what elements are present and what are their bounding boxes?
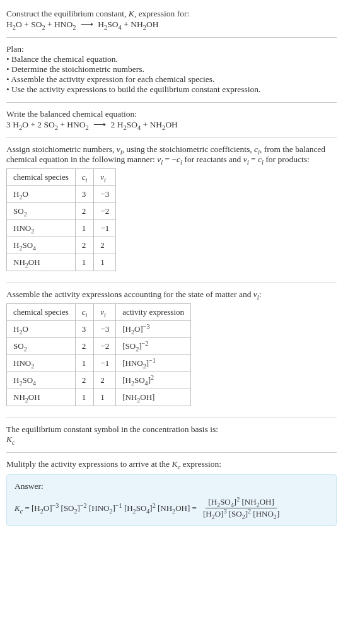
plan: Plan: • Balance the chemical equation. •… — [6, 40, 337, 98]
text: : — [259, 290, 262, 299]
intro-text2: , expression for: — [134, 9, 189, 18]
cell-nu: −3 — [94, 321, 116, 338]
arrow-icon: ⟶ — [78, 19, 96, 30]
cell-species: SO2 — [7, 203, 76, 220]
activity-table: chemical species ci νi activity expressi… — [6, 303, 191, 406]
answer-title: Answer: — [15, 481, 328, 491]
cell-species: HNO2 — [7, 355, 76, 372]
table-row: H2O 3 −3 [H2O]−3 — [7, 321, 191, 338]
species: H — [6, 20, 13, 29]
arrow-icon: ⟶ — [91, 119, 108, 130]
cell-species: NH2OH — [7, 254, 76, 271]
cell-ci: 3 — [75, 321, 94, 338]
symbol-Kc: Kc — [6, 435, 337, 445]
species: H — [117, 120, 124, 129]
col-species: chemical species — [7, 304, 76, 321]
kc-denominator: [H2O]3 [SO2]2 [HNO2] — [201, 508, 282, 518]
col-nu: νi — [94, 169, 116, 186]
cell-species: NH2OH — [7, 389, 76, 406]
cell-ci: 3 — [75, 186, 94, 203]
symbol-text: The equilibrium constant symbol in the c… — [6, 424, 337, 435]
plan-item: • Balance the chemical equation. — [6, 54, 337, 64]
table-row: H2SO4 2 2 — [7, 237, 116, 254]
species: HNO — [54, 20, 73, 29]
cell-nu: 2 — [94, 237, 116, 254]
divider — [6, 37, 337, 38]
balanced-section: Write the balanced chemical equation: 3 … — [6, 105, 337, 134]
kc-numerator: [H2SO4]2 [NH2OH] — [206, 498, 276, 508]
species: SO — [127, 120, 137, 129]
cell-species: H2SO4 — [7, 237, 76, 254]
plan-item: • Assemble the activity expression for e… — [6, 74, 337, 85]
plan-title: Plan: — [6, 44, 337, 54]
species: OH — [146, 20, 159, 29]
species: O — [22, 120, 28, 129]
sub: 2 — [42, 24, 45, 31]
cell-ci: 1 — [75, 355, 94, 372]
col-activity: activity expression — [116, 304, 191, 321]
text: = − — [163, 155, 177, 164]
kc-expression: Kc = [H2O]−3 [SO2]−2 [HNO2]−1 [H2SO4]2 [… — [15, 498, 328, 519]
answer-box: Answer: Kc = [H2O]−3 [SO2]−2 [HNO2]−1 [H… — [6, 474, 337, 526]
cell-ci: 2 — [75, 237, 94, 254]
species: SO — [107, 20, 118, 29]
cell-activity: [H2O]−3 — [116, 321, 191, 338]
divider — [6, 452, 337, 453]
cell-ci: 1 — [75, 220, 94, 237]
table-row: H2O 3 −3 — [7, 186, 116, 203]
intro-text: Construct the equilibrium constant, — [6, 9, 129, 18]
cell-nu: −3 — [94, 186, 116, 203]
table-row: H2SO4 2 2 [H2SO4]2 — [7, 372, 191, 389]
table-row: SO2 2 −2 — [7, 203, 116, 220]
col-species: chemical species — [7, 169, 76, 186]
table-row: NH2OH 1 1 [NH2OH] — [7, 389, 191, 406]
text: Assemble the activity expressions accoun… — [6, 290, 253, 299]
coef: 2 — [111, 120, 117, 129]
assign-section: Assign stoichiometric numbers, νi, using… — [6, 141, 337, 279]
cell-nu: −2 — [94, 203, 116, 220]
cell-activity: [SO2]−2 — [116, 338, 191, 355]
text: expression: — [180, 459, 221, 469]
species: OH — [165, 120, 178, 129]
kc-lhs: Kc = [H2O]−3 [SO2]−2 [HNO2]−1 [H2SO4]2 [… — [15, 503, 197, 513]
species: H — [13, 120, 19, 129]
species: NH — [131, 20, 143, 29]
intro-K: K — [129, 9, 134, 18]
balanced-equation: 3 H2O + 2 SO2 + HNO2 ⟶ 2 H2SO4 + NH2OH — [6, 120, 178, 129]
cell-species: SO2 — [7, 338, 76, 355]
assemble-section: Assemble the activity expressions accoun… — [6, 286, 337, 414]
table-row: HNO2 1 −1 [HNO2]−1 — [7, 355, 191, 372]
table-header: chemical species ci νi activity expressi… — [7, 304, 191, 321]
cell-nu: −1 — [94, 355, 116, 372]
plus: + — [124, 20, 131, 29]
plan-item: • Determine the stoichiometric numbers. — [6, 64, 337, 74]
cell-ci: 2 — [75, 338, 94, 355]
species: HNO — [67, 120, 85, 129]
divider — [6, 138, 337, 138]
intro: Construct the equilibrium constant, K, e… — [6, 5, 337, 33]
cell-ci: 1 — [75, 254, 94, 271]
cell-ci: 2 — [75, 203, 94, 220]
divider — [6, 418, 337, 418]
table-row: HNO2 1 −1 — [7, 220, 116, 237]
multiply-section: Mulitply the activity expressions to arr… — [6, 455, 337, 530]
cell-nu: −1 — [94, 220, 116, 237]
cell-nu: 1 — [94, 389, 116, 406]
table-header: chemical species ci νi — [7, 169, 116, 186]
sub: 2 — [73, 24, 76, 31]
col-ci: ci — [75, 304, 94, 321]
sub: 2 — [55, 124, 58, 131]
col-nu: νi — [94, 304, 116, 321]
plus: + — [30, 120, 37, 129]
species: SO — [44, 120, 54, 129]
cell-activity: [HNO2]−1 — [116, 355, 191, 372]
species: SO — [31, 20, 42, 29]
sub: 4 — [137, 124, 141, 131]
cell-nu: 1 — [94, 254, 116, 271]
stoich-table: chemical species ci νi H2O 3 −3 SO2 2 −2… — [6, 168, 116, 271]
cell-activity: [NH2OH] — [116, 389, 191, 406]
text: Assign stoichiometric numbers, — [6, 144, 117, 154]
cell-activity: [H2SO4]2 — [116, 372, 191, 389]
divider — [6, 283, 337, 283]
plus: + — [143, 120, 150, 129]
